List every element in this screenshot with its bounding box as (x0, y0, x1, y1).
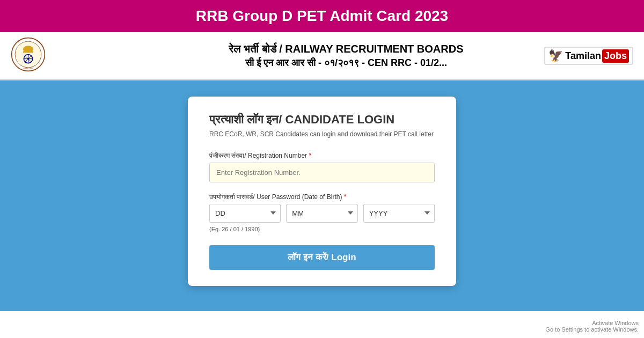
activate-line1: Activate Windows (545, 320, 639, 326)
dob-label: उपयोगकर्ता पासवर्ड/ User Password (Date … (209, 193, 435, 201)
card-title: प्रत्याशी लॉग इन/ CANDIDATE LOGIN (209, 113, 435, 127)
railway-emblem: सत्यमेव जयते (11, 37, 48, 75)
activate-windows-watermark: Activate Windows Go to Settings to activ… (545, 320, 639, 333)
dob-required: * (344, 193, 347, 201)
jobs-label: Jobs (602, 49, 629, 63)
tamilan-logo-box: 🦅 Tamilan Jobs (544, 47, 633, 65)
main-content: प्रत्याशी लॉग इन/ CANDIDATE LOGIN RRC EC… (0, 80, 644, 311)
reg-required: * (309, 152, 311, 159)
login-card: प्रत्याशी लॉग इन/ CANDIDATE LOGIN RRC EC… (188, 97, 456, 286)
dd-select[interactable]: DD (209, 204, 281, 223)
dob-selects-row: DD MM YYYY (209, 204, 435, 223)
svg-rect-3 (23, 51, 34, 53)
tamilan-jobs-logo: 🦅 Tamilan Jobs (544, 47, 633, 65)
page-title: RRB Group D PET Admit Card 2023 (11, 8, 633, 25)
registration-number-group: पंजीकरण संख्या/ Registration Number * (209, 152, 435, 182)
header-banner: सत्यमेव जयते रेल भर्ती बोर्ड / RAILWAY R… (0, 32, 644, 80)
yyyy-select[interactable]: YYYY (363, 204, 435, 223)
login-button[interactable]: लॉग इन करें/ Login (209, 245, 435, 270)
registration-number-input[interactable] (209, 163, 435, 182)
tamilan-icon: 🦅 (548, 49, 563, 63)
reg-label: पंजीकरण संख्या/ Registration Number * (209, 152, 435, 159)
tamilan-label: Tamilan (565, 50, 601, 62)
mm-select[interactable]: MM (286, 204, 357, 223)
svg-text:सत्यमेव जयते: सत्यमेव जयते (23, 67, 33, 70)
card-subtitle: RRC ECoR, WR, SCR Candidates can login a… (209, 130, 435, 139)
dob-hint: (Eg. 26 / 01 / 1990) (209, 226, 435, 232)
activate-line2: Go to Settings to activate Windows. (545, 326, 639, 333)
dob-group: उपयोगकर्ता पासवर्ड/ User Password (Date … (209, 193, 435, 232)
title-bar: RRB Group D PET Admit Card 2023 (0, 0, 644, 32)
